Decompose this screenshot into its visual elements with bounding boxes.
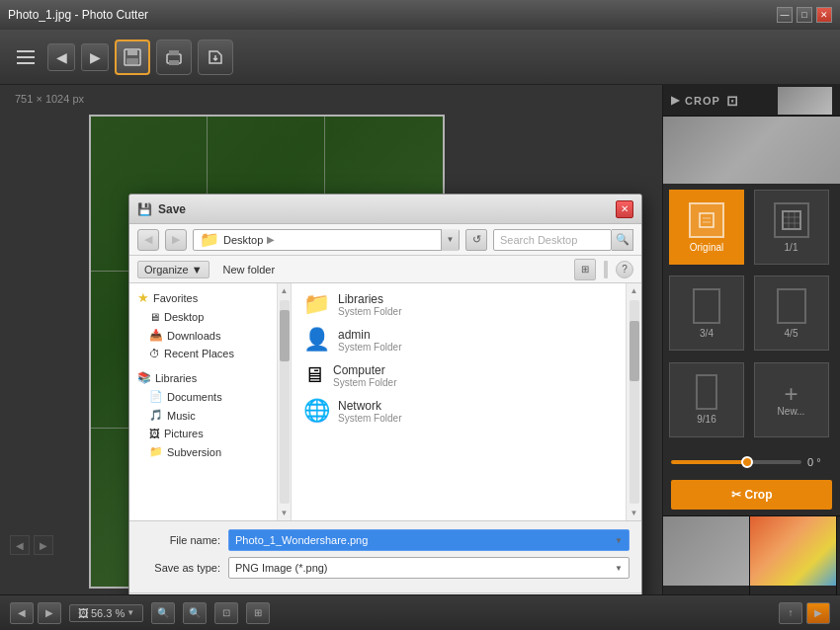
zoom-arrow-icon: ▼	[126, 608, 134, 617]
tree-item-pictures[interactable]: 🖼 Pictures	[129, 425, 277, 442]
ratio-1-1[interactable]: 1/1	[754, 190, 829, 265]
zoom-value: 56.3 %	[91, 607, 125, 619]
dialog-path-dropdown[interactable]: ▼	[441, 229, 459, 251]
ratio-original-label: Original	[690, 242, 723, 253]
ratio-3-4-label: 3/4	[700, 328, 714, 339]
file-icon-network: 🌐	[303, 398, 330, 424]
file-info-network: Network System Folder	[338, 399, 401, 424]
export-button[interactable]	[198, 39, 233, 75]
view-toggle-button[interactable]: ⊞	[574, 259, 596, 280]
dialog-forward-button[interactable]: ▶	[165, 229, 187, 251]
save-button[interactable]	[115, 39, 150, 75]
hamburger-menu-button[interactable]	[10, 41, 42, 73]
svg-rect-4	[169, 60, 179, 65]
ratio-9-16[interactable]: 9/16	[669, 362, 744, 437]
ratio-4-5-icon	[777, 288, 806, 324]
status-next-button[interactable]: ▶	[38, 602, 61, 624]
libraries-icon: 📚	[137, 371, 151, 384]
close-button[interactable]: ✕	[816, 7, 832, 23]
back-button[interactable]: ◀	[47, 43, 75, 71]
help-button[interactable]: ?	[616, 261, 633, 278]
file-row-libraries[interactable]: 📁 Libraries System Folder	[295, 287, 622, 321]
zoom-out-button[interactable]: 🔍	[151, 602, 175, 624]
file-row-network[interactable]: 🌐 Network System Folder	[295, 394, 622, 428]
right-panel-toggle[interactable]: ▶	[806, 602, 830, 624]
thumbnail-1[interactable]	[663, 516, 750, 595]
ratio-new-button[interactable]: + New...	[754, 362, 829, 437]
main-area: 751 × 1024 px ◀ ▶ 💾 Save ✕	[0, 85, 840, 594]
rotation-slider[interactable]	[671, 460, 801, 464]
file-list: 📁 Libraries System Folder 👤 admin System…	[292, 283, 626, 520]
ratio-original[interactable]: Original	[669, 190, 744, 265]
ratio-4-5[interactable]: 4/5	[754, 276, 829, 351]
dialog-overlay: 💾 Save ✕ ◀ ▶ 📁 Desktop ▶ ▼	[0, 85, 662, 594]
dialog-back-button[interactable]: ◀	[137, 229, 159, 251]
svg-rect-5	[169, 50, 179, 55]
tree-item-subversion[interactable]: 📁 Subversion	[129, 442, 277, 461]
tree-item-downloads[interactable]: 📥 Downloads	[129, 326, 277, 345]
dialog-refresh-button[interactable]: ↺	[465, 229, 487, 251]
thumbnail-2[interactable]	[750, 516, 837, 595]
new-label: New...	[778, 406, 805, 417]
dialog-title: 💾 Save	[137, 202, 186, 216]
file-icon-admin: 👤	[303, 327, 330, 353]
file-scroll-track	[630, 300, 639, 504]
svg-rect-6	[783, 211, 800, 229]
file-row-computer[interactable]: 🖥 Computer System Folder	[295, 358, 622, 392]
tree-item-desktop[interactable]: 🖥 Desktop	[129, 308, 277, 326]
status-prev-button[interactable]: ◀	[10, 602, 34, 624]
file-icon-libraries: 📁	[303, 291, 330, 317]
dialog-search-button[interactable]: 🔍	[612, 229, 633, 251]
filetype-dropdown[interactable]: PNG Image (*.png) ▼	[228, 557, 630, 579]
file-info-admin: admin System Folder	[338, 328, 401, 353]
tree-libraries-header[interactable]: 📚 Libraries	[129, 368, 277, 387]
subversion-icon: 📁	[149, 445, 163, 458]
status-bar: ◀ ▶ 🖼 56.3 % ▼ 🔍 🔍 ⊡ ⊞ ↑ ▶	[0, 594, 840, 630]
svg-rect-2	[126, 58, 138, 64]
tree-item-music[interactable]: 🎵 Music	[129, 406, 277, 425]
filename-input[interactable]: Photo_1_Wondershare.png ▼	[228, 529, 630, 551]
ratio-3-4-icon	[693, 288, 720, 324]
title-bar: Photo_1.jpg - Photo Cutter — □ ✕	[0, 0, 840, 30]
ratio-1-1-icon	[774, 202, 809, 238]
hide-folders-button[interactable]: ▲ Hide Folders	[129, 592, 641, 594]
file-scroll-up[interactable]: ▲	[628, 283, 641, 298]
filetype-row: Save as type: PNG Image (*.png) ▼	[141, 557, 630, 579]
status-right: ↑ ▶	[779, 602, 830, 624]
tree-scroll-down[interactable]: ▼	[278, 506, 292, 520]
music-icon: 🎵	[149, 409, 163, 422]
app-title: Photo_1.jpg - Photo Cutter	[8, 8, 148, 22]
pictures-icon: 🖼	[149, 428, 160, 439]
organize-button[interactable]: Organize ▼	[137, 261, 210, 278]
ratio-3-4[interactable]: 3/4	[669, 276, 744, 351]
tree-item-recent-places[interactable]: ⏱ Recent Places	[129, 345, 277, 362]
fit-button[interactable]: ⊡	[214, 602, 238, 624]
plus-icon: +	[784, 382, 798, 406]
title-bar-controls: — □ ✕	[777, 7, 832, 23]
crop-action-button[interactable]: ✂ Crop	[671, 480, 832, 510]
dialog-search-input[interactable]: Search Desktop	[493, 229, 612, 251]
dialog-close-button[interactable]: ✕	[616, 200, 633, 218]
tree-item-documents[interactable]: 📄 Documents	[129, 387, 277, 406]
panel-title: CROP	[685, 95, 720, 107]
file-info-computer: Computer System Folder	[333, 363, 396, 388]
panel-preview-image	[663, 117, 840, 184]
save-dialog: 💾 Save ✕ ◀ ▶ 📁 Desktop ▶ ▼	[128, 194, 642, 594]
zoom-in-button[interactable]: 🔍	[183, 602, 207, 624]
actual-size-button[interactable]: ⊞	[246, 602, 270, 624]
maximize-button[interactable]: □	[797, 7, 812, 23]
file-scroll-down[interactable]: ▼	[628, 506, 641, 520]
tree-favorites-header[interactable]: ★ Favorites	[129, 287, 277, 308]
tree-scroll-up[interactable]: ▲	[278, 283, 292, 298]
forward-button[interactable]: ▶	[81, 43, 109, 71]
minimize-button[interactable]: —	[777, 7, 793, 23]
print-button[interactable]	[156, 39, 192, 75]
file-scroll-thumb	[630, 321, 639, 382]
organize-arrow-icon: ▼	[192, 264, 203, 276]
dialog-path: Desktop	[223, 234, 263, 246]
star-icon: ★	[137, 290, 149, 305]
new-folder-button[interactable]: New folder	[215, 262, 284, 277]
upload-button[interactable]: ↑	[779, 602, 802, 624]
panel-header: ▶ CROP ⊡	[663, 85, 840, 117]
file-row-admin[interactable]: 👤 admin System Folder	[295, 323, 622, 356]
